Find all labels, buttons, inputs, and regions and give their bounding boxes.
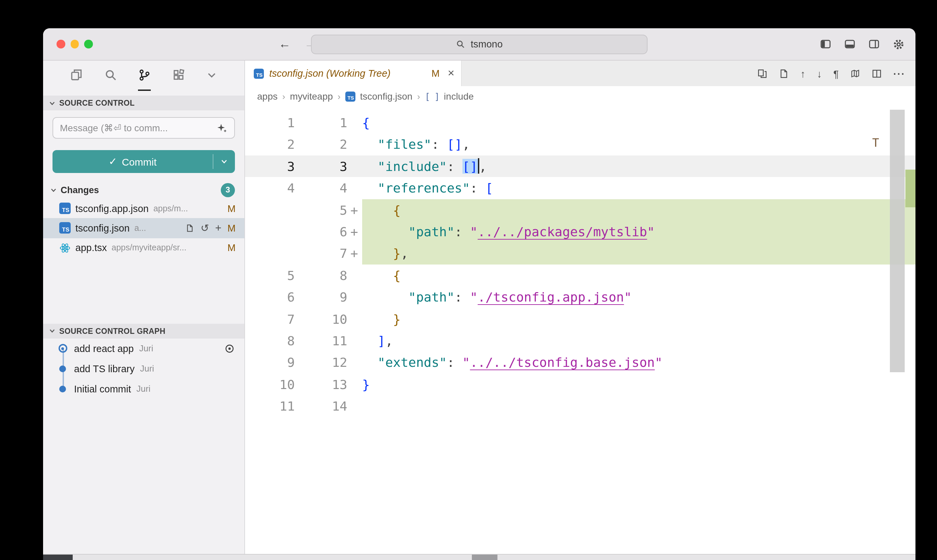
close-window-button[interactable]: [57, 40, 65, 48]
stage-changes-icon[interactable]: +: [215, 222, 222, 234]
breadcrumb: apps › myviteapp › TS tsconfig.json › [ …: [245, 86, 915, 106]
changed-file-row[interactable]: app.tsx apps/myviteapp/sr... M: [43, 238, 245, 258]
code-line-row[interactable]: 710 }: [245, 308, 915, 330]
code-line-row[interactable]: 58 {: [245, 264, 915, 286]
modified-badge: M: [228, 203, 235, 214]
commit-message-input[interactable]: Message (⌘⏎ to comm...: [52, 117, 235, 138]
open-file-icon[interactable]: [185, 223, 195, 233]
breadcrumb-separator: ›: [338, 91, 341, 101]
tab-modified-badge: M: [431, 68, 440, 79]
tab-tsconfig-working-tree[interactable]: TS tsconfig.json (Working Tree) M ×: [245, 61, 462, 86]
commit-button-label: Commit: [122, 156, 157, 167]
code-line-row[interactable]: 811 ],: [245, 330, 915, 352]
breadcrumb-item-include[interactable]: include: [444, 91, 474, 102]
commit-dropdown-button[interactable]: [213, 150, 235, 173]
breadcrumb-separator: ›: [282, 91, 285, 101]
commit-row[interactable]: Initial commit Juri: [43, 379, 245, 399]
breadcrumb-item-tsconfig[interactable]: tsconfig.json: [360, 91, 412, 102]
old-line-number: 7: [245, 308, 310, 330]
zoom-window-button[interactable]: [84, 40, 92, 48]
toggle-sidebar-icon[interactable]: [820, 38, 831, 50]
check-icon: ✓: [109, 155, 117, 168]
new-line-number: 13: [310, 373, 362, 395]
search-text: tsmono: [471, 39, 503, 49]
zoom-status-badge[interactable]: [472, 555, 497, 560]
file-name: tsconfig.app.json: [75, 203, 149, 214]
code-line-row[interactable]: 11{: [245, 112, 915, 134]
settings-gear-icon[interactable]: [892, 38, 905, 50]
editor-scrollbar-thumb[interactable]: [890, 110, 905, 372]
code-line-row[interactable]: 6+ "path": "../../packages/mytslib": [245, 221, 915, 243]
old-line-number: [245, 199, 310, 221]
open-file-icon[interactable]: [779, 68, 789, 78]
source-control-section-header[interactable]: SOURCE CONTROL: [43, 95, 245, 111]
command-center-search[interactable]: tsmono: [311, 34, 648, 54]
changed-file-row-selected[interactable]: TS tsconfig.json a... ↺ + M: [43, 218, 245, 238]
history-back-button[interactable]: ←: [278, 37, 291, 51]
activity-bar: [43, 61, 245, 91]
goto-head-target-icon[interactable]: [224, 343, 235, 354]
chevron-down-icon: [48, 99, 56, 107]
old-line-number: 6: [245, 286, 310, 308]
code-line-row[interactable]: 5+ {: [245, 199, 915, 221]
map-icon[interactable]: [850, 68, 860, 78]
minimize-window-button[interactable]: [70, 40, 79, 48]
breadcrumb-item-apps[interactable]: apps: [257, 91, 278, 102]
code-line-row[interactable]: 44 "references": [: [245, 177, 915, 199]
toggle-secondary-sidebar-icon[interactable]: [868, 38, 880, 50]
code-line-text: },: [362, 243, 915, 265]
open-changes-icon[interactable]: [757, 68, 767, 78]
new-line-number: 10: [310, 308, 362, 330]
source-control-icon[interactable]: [138, 61, 151, 91]
old-line-number: 5: [245, 264, 310, 286]
minimap-char: T: [872, 136, 879, 149]
previous-change-icon[interactable]: ↑: [800, 68, 805, 79]
explorer-icon[interactable]: [70, 61, 83, 91]
breadcrumb-item-myviteapp[interactable]: myviteapp: [290, 91, 333, 102]
new-line-number: 6+: [310, 221, 362, 243]
whitespace-icon[interactable]: ¶: [833, 68, 839, 79]
search-view-icon[interactable]: [104, 61, 117, 91]
code-line-row[interactable]: 69 "path": "./tsconfig.app.json": [245, 286, 915, 308]
added-line-plus: +: [350, 221, 358, 243]
commit-message: add react app: [74, 343, 134, 354]
tab-close-icon[interactable]: ×: [448, 67, 454, 80]
react-file-icon: [59, 242, 71, 254]
code-line-row[interactable]: 7+ },: [245, 243, 915, 265]
more-actions-icon[interactable]: ···: [893, 68, 905, 79]
code-line-text: }: [362, 308, 915, 330]
code-line-text: [362, 395, 915, 417]
changes-count-badge: 3: [221, 183, 235, 197]
code-editor[interactable]: 11{22 "files": [],33 "include": [],44 "r…: [245, 106, 915, 554]
code-line-row[interactable]: 1114: [245, 395, 915, 417]
code-line-row[interactable]: 22 "files": [],: [245, 134, 915, 155]
changes-section-header[interactable]: Changes 3: [43, 181, 245, 198]
commit-author: Juri: [136, 384, 151, 394]
typescript-file-icon: TS: [59, 203, 71, 214]
code-line-text: "references": [: [362, 177, 915, 199]
remote-indicator[interactable]: ><: [43, 555, 73, 560]
changed-file-row[interactable]: TS tsconfig.app.json apps/m... M: [43, 198, 245, 218]
code-line-row[interactable]: 33 "include": [],: [245, 155, 915, 177]
old-line-number: 2: [245, 134, 310, 155]
file-path: apps/myviteapp/sr...: [112, 243, 186, 252]
split-editor-icon[interactable]: [872, 68, 882, 78]
commit-button[interactable]: ✓ Commit: [52, 150, 235, 173]
commit-row[interactable]: add TS library Juri: [43, 359, 245, 379]
extensions-icon[interactable]: [172, 61, 185, 91]
commit-row[interactable]: add react app Juri: [43, 338, 245, 359]
code-line-row[interactable]: 912 "extends": "../../tsconfig.base.json…: [245, 352, 915, 374]
old-line-number: 9: [245, 352, 310, 374]
discard-changes-icon[interactable]: ↺: [201, 222, 209, 234]
code-line-text: "include": [],: [362, 155, 915, 177]
file-name: app.tsx: [75, 242, 107, 253]
code-line-row[interactable]: 1013}: [245, 373, 915, 395]
new-line-number: 12: [310, 352, 362, 374]
source-control-graph-header[interactable]: SOURCE CONTROL GRAPH: [43, 324, 245, 338]
more-views-chevron-icon[interactable]: [206, 61, 217, 91]
status-bar: >< main* 0: [43, 554, 915, 560]
next-change-icon[interactable]: ↓: [817, 68, 822, 79]
sparkle-icon[interactable]: [217, 123, 228, 133]
traffic-lights: [57, 40, 92, 48]
toggle-panel-icon[interactable]: [844, 38, 855, 50]
